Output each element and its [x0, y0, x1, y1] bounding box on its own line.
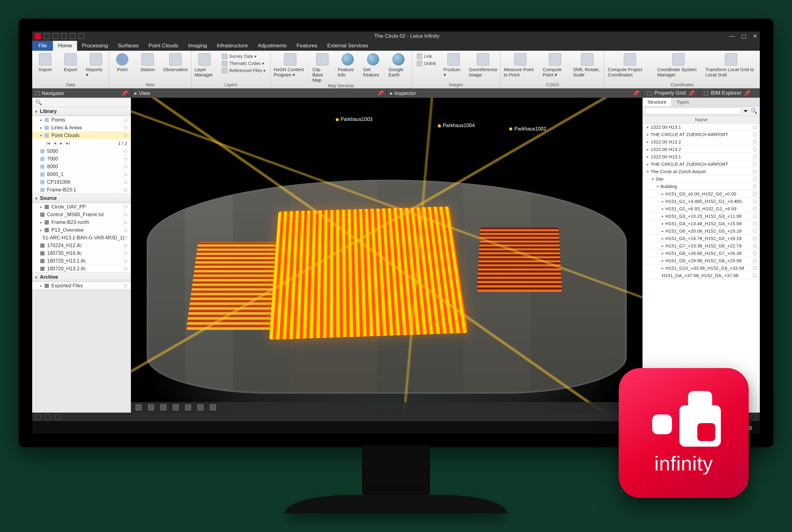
qat-btn-2[interactable]: [53, 33, 58, 39]
frustum-button[interactable]: Frustum ▾: [444, 53, 464, 78]
google-earth-button[interactable]: Google Earth: [389, 53, 408, 77]
bim-row[interactable]: ▸H151_G3_+10.23_H152_G3_+11.98: [643, 212, 760, 220]
bim-column-header[interactable]: Name: [643, 116, 760, 124]
link-button[interactable]: Link: [415, 53, 438, 59]
nav-item[interactable]: ▸Lines & Areas: [32, 124, 131, 131]
visibility-toggle-icon[interactable]: [124, 150, 127, 153]
nav-item[interactable]: 8000: [32, 163, 131, 170]
nav-item[interactable]: ▸Points: [32, 116, 131, 124]
visibility-toggle-icon[interactable]: [124, 118, 127, 121]
bim-visibility-icon[interactable]: [753, 259, 757, 263]
bim-explorer-tab[interactable]: ⬚BIM Explorer📌: [699, 89, 755, 98]
filter-icon[interactable]: ⏷: [743, 108, 749, 114]
bim-visibility-icon[interactable]: [753, 185, 757, 188]
nav-item[interactable]: ▸Exported Files: [32, 282, 131, 289]
bim-visibility-icon[interactable]: [753, 207, 757, 211]
bim-visibility-icon[interactable]: [753, 148, 757, 151]
bim-row[interactable]: ▸H151_G2_+6.93_H152_G2_+6.93: [643, 205, 760, 212]
visibility-toggle-icon[interactable]: [124, 260, 127, 263]
nav-item[interactable]: Control _MS60_Frame.txt: [32, 211, 131, 218]
tab-home[interactable]: Home: [53, 41, 77, 51]
vt-btn-7[interactable]: [210, 404, 216, 411]
vt-btn-2[interactable]: [148, 404, 154, 411]
visibility-toggle-icon[interactable]: [124, 229, 127, 232]
visibility-toggle-icon[interactable]: [124, 213, 127, 216]
bim-visibility-icon[interactable]: [753, 192, 757, 196]
nav-section-archive[interactable]: Archive: [32, 273, 131, 282]
bim-visibility-icon[interactable]: [753, 140, 757, 144]
visibility-toggle-icon[interactable]: [124, 205, 127, 208]
bim-row[interactable]: ▾Building: [643, 183, 760, 190]
point-button[interactable]: Point: [112, 53, 132, 72]
navigator-pin-icon[interactable]: 📌: [121, 90, 128, 96]
visibility-toggle-icon[interactable]: [124, 157, 127, 160]
nav-item[interactable]: 7000: [32, 155, 131, 163]
survey-data-dropdown[interactable]: Survey Data ▾: [220, 53, 267, 59]
tab-infrastructure[interactable]: Infrastructure: [212, 41, 253, 51]
unlink-button[interactable]: Unlink: [415, 60, 438, 66]
bim-visibility-icon[interactable]: [753, 200, 757, 203]
tab-external-services[interactable]: External Services: [322, 41, 373, 51]
bim-search-input[interactable]: [645, 108, 741, 114]
observation-button[interactable]: Observation: [163, 53, 188, 72]
bim-visibility-icon[interactable]: [753, 170, 757, 173]
export-button[interactable]: Export: [61, 53, 80, 72]
clip-base-map-button[interactable]: Clip Base Map: [313, 53, 332, 82]
bim-visibility-icon[interactable]: [753, 133, 757, 136]
nav-item[interactable]: 5000: [32, 147, 131, 155]
tab-features[interactable]: Features: [292, 41, 322, 51]
nav-item[interactable]: 180720_H13.2.ifc: [32, 265, 131, 272]
vt-btn-1[interactable]: [135, 404, 142, 411]
bim-row[interactable]: ▸1322.00 H13.2: [643, 138, 760, 146]
navigator-search[interactable]: 🔍: [32, 98, 131, 107]
tab-processing[interactable]: Processing: [77, 41, 113, 51]
visibility-toggle-icon[interactable]: [124, 244, 127, 247]
vt-btn-4[interactable]: [173, 404, 179, 411]
bim-visibility-icon[interactable]: [753, 222, 757, 226]
property-grid-tab[interactable]: ⬚Property Grid📌: [643, 89, 699, 98]
tab-file[interactable]: File: [32, 41, 53, 51]
window-close-button[interactable]: ✕: [753, 33, 757, 40]
measure-p2p-button[interactable]: Measure Point to Point: [504, 53, 537, 77]
bim-row[interactable]: ▸H151_G1_+3.465_H152_G1_+3.465: [643, 198, 760, 205]
window-maximize-button[interactable]: ▢: [741, 33, 747, 40]
status-btn-1[interactable]: [35, 414, 41, 420]
bim-row[interactable]: H151_DA_+37.98_H152_DA_+37.98: [643, 272, 760, 279]
nav-item[interactable]: ▸Circle_UAV_PP: [32, 203, 131, 211]
bim-row[interactable]: ▸H151_G10_+33.58_H152_G9_+33.58: [643, 264, 760, 272]
reports-button[interactable]: Reports ▾: [86, 53, 106, 78]
compute-point-button[interactable]: Compute Point ▾: [543, 53, 567, 78]
tab-imaging[interactable]: Imaging: [183, 41, 212, 51]
nav-item[interactable]: ▸Frame-B23-north: [32, 218, 131, 226]
visibility-toggle-icon[interactable]: [124, 284, 127, 287]
bim-visibility-icon[interactable]: [753, 251, 757, 255]
bim-row[interactable]: ▸H151_G8_+26.68_H152_G7_+26.38: [643, 250, 760, 257]
status-btn-3[interactable]: [55, 414, 61, 420]
visibility-toggle-icon[interactable]: [124, 173, 127, 176]
bim-row[interactable]: ▸THE CIRCLE AT ZUERICH AIRPORT: [643, 131, 760, 138]
transform-grid-button[interactable]: Transform Local Grid to Local Grid: [705, 53, 757, 77]
bim-row[interactable]: ▸H151_G0_±0.00_H152_G0_+0.00: [643, 190, 760, 198]
bim-row[interactable]: ▸THE CIRCLE AT ZUERICH AIRPORT: [643, 160, 760, 168]
qat-btn-4[interactable]: [70, 33, 75, 39]
bim-visibility-icon[interactable]: [753, 177, 757, 181]
view-pin-icon[interactable]: 📌: [377, 90, 384, 96]
nav-section-source[interactable]: Source: [32, 194, 131, 203]
search-icon[interactable]: 🔍: [751, 108, 757, 114]
hxgn-content-button[interactable]: HxGN Content Program ▾: [274, 53, 307, 78]
thematic-codes-dropdown[interactable]: Thematic Codes ▾: [220, 60, 267, 66]
import-button[interactable]: Import: [35, 53, 55, 72]
bim-row[interactable]: ▸H151_G4_+13.48_H152_G4_+15.58: [643, 220, 760, 227]
bim-row[interactable]: ▸1322.00 H13.1: [643, 124, 760, 131]
status-right-5[interactable]: [751, 414, 757, 420]
tab-adjustments[interactable]: Adjustments: [253, 41, 292, 51]
compute-proj-coords-button[interactable]: Compute Project Coordinates: [608, 53, 652, 77]
referenced-files-dropdown[interactable]: Referenced Files ▾: [220, 68, 267, 74]
visibility-toggle-icon[interactable]: [124, 180, 127, 184]
bim-row[interactable]: ▸H151_G6_+20.08_H152_G5_+19.18: [643, 227, 760, 235]
nav-item[interactable]: ▾Point Clouds: [32, 131, 131, 139]
vt-btn-6[interactable]: [197, 404, 204, 411]
subtab-structure[interactable]: Structure: [643, 98, 672, 106]
nav-item[interactable]: 180720_H13.1.ifc: [32, 257, 131, 265]
inspector-pin-icon[interactable]: 📌: [633, 90, 639, 96]
